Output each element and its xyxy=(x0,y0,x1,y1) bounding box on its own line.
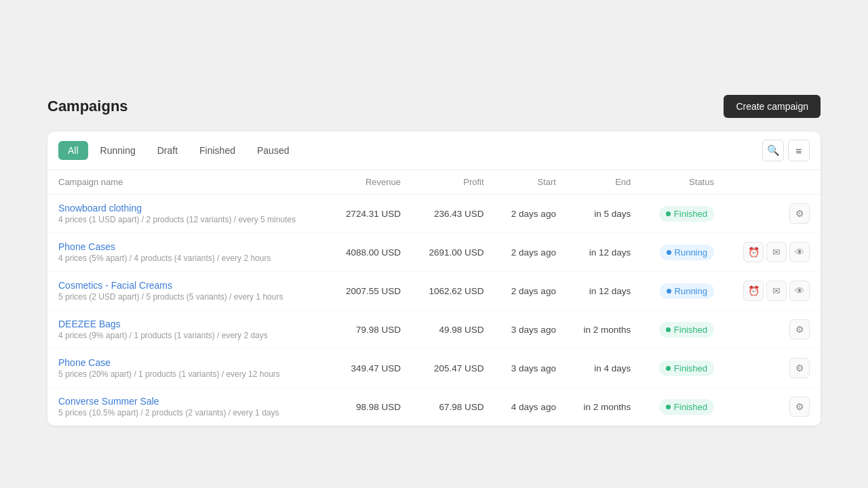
col-start: Start xyxy=(495,170,567,195)
action-buttons: ⚙ xyxy=(736,319,810,340)
eye-icon: 👁 xyxy=(795,285,804,296)
status-badge: Running xyxy=(660,283,714,299)
campaign-end: in 4 days xyxy=(567,349,642,388)
tab-all[interactable]: All xyxy=(58,141,88,160)
action-buttons: ⚙ xyxy=(736,203,810,224)
tab-draft[interactable]: Draft xyxy=(148,141,187,160)
filter-icon: ≡ xyxy=(796,145,802,157)
table-row: Phone Cases4 prices (5% apart) / 4 produ… xyxy=(47,233,821,272)
status-badge: Running xyxy=(660,245,714,260)
campaign-sub: 4 prices (9% apart) / 1 products (1 vari… xyxy=(58,331,317,340)
create-campaign-button[interactable]: Create campaign xyxy=(724,95,821,118)
campaign-sub: 5 prices (20% apart) / 1 products (1 var… xyxy=(58,369,317,379)
campaign-revenue: 2724.31 USD xyxy=(328,195,412,233)
page-header: Campaigns Create campaign xyxy=(47,95,821,118)
campaign-end: in 5 days xyxy=(567,195,642,233)
status-badge: Finished xyxy=(659,206,714,222)
status-badge: Finished xyxy=(659,322,714,338)
campaign-link[interactable]: Converse Summer Sale xyxy=(58,396,317,407)
clock-button[interactable]: ⏰ xyxy=(743,242,764,262)
bell-icon: ✉ xyxy=(772,247,781,258)
campaign-profit: 1062.62 USD xyxy=(412,272,495,310)
campaign-name-cell: Converse Summer Sale5 prices (10.5% apar… xyxy=(47,388,328,426)
campaign-status-cell: Finished xyxy=(642,310,725,349)
campaign-name-cell: DEEZEE Bags4 prices (9% apart) / 1 produ… xyxy=(47,310,328,349)
campaign-start: 2 days ago xyxy=(495,233,567,272)
tab-paused[interactable]: Paused xyxy=(248,141,298,160)
search-button[interactable]: 🔍 xyxy=(762,140,784,161)
tab-finished[interactable]: Finished xyxy=(190,141,245,160)
col-status: Status xyxy=(642,170,725,195)
campaign-revenue: 4088.00 USD xyxy=(328,233,412,272)
campaign-actions-cell: ⚙ xyxy=(725,310,821,349)
col-profit: Profit xyxy=(412,170,495,195)
col-revenue: Revenue xyxy=(328,170,412,195)
campaigns-table: Campaign name Revenue Profit Start End S… xyxy=(47,170,821,426)
campaign-name-cell: Phone Case5 prices (20% apart) / 1 produ… xyxy=(47,349,328,388)
status-dot xyxy=(666,366,671,371)
settings-icon: ⚙ xyxy=(795,363,804,373)
campaign-sub: 4 prices (5% apart) / 4 products (4 vari… xyxy=(58,253,317,263)
campaign-profit: 49.98 USD xyxy=(412,310,495,349)
campaign-end: in 12 days xyxy=(567,272,642,310)
campaign-status-cell: Running xyxy=(642,233,725,272)
campaign-start: 2 days ago xyxy=(495,195,567,233)
table-body: Snowboard clothing4 prices (1 USD apart)… xyxy=(47,195,821,426)
campaign-link[interactable]: Phone Case xyxy=(58,357,317,368)
campaign-link[interactable]: Phone Cases xyxy=(58,241,317,252)
clock-button[interactable]: ⏰ xyxy=(743,281,764,301)
campaign-profit: 205.47 USD xyxy=(412,349,495,388)
settings-button[interactable]: ⚙ xyxy=(789,358,810,378)
bell-icon: ✉ xyxy=(772,285,781,296)
campaign-link[interactable]: Snowboard clothing xyxy=(58,203,317,214)
settings-button[interactable]: ⚙ xyxy=(789,319,810,340)
status-dot xyxy=(666,405,671,409)
settings-button[interactable]: ⚙ xyxy=(789,203,810,224)
campaign-revenue: 79.98 USD xyxy=(328,310,412,349)
settings-button[interactable]: ⚙ xyxy=(789,396,810,417)
campaign-profit: 236.43 USD xyxy=(412,195,495,233)
tab-icons: 🔍 ≡ xyxy=(762,140,810,161)
clock-icon: ⏰ xyxy=(748,247,760,258)
clock-icon: ⏰ xyxy=(748,285,760,296)
campaign-start: 3 days ago xyxy=(495,310,567,349)
table-head: Campaign name Revenue Profit Start End S… xyxy=(47,170,821,195)
campaign-profit: 2691.00 USD xyxy=(412,233,495,272)
campaign-revenue: 349.47 USD xyxy=(328,349,412,388)
table-row: Phone Case5 prices (20% apart) / 1 produ… xyxy=(47,349,821,388)
table-row: Cosmetics - Facial Creams5 prices (2 USD… xyxy=(47,272,821,310)
search-icon: 🔍 xyxy=(767,144,780,157)
campaign-link[interactable]: DEEZEE Bags xyxy=(58,319,317,329)
settings-icon: ⚙ xyxy=(795,208,804,219)
campaign-actions-cell: ⚙ xyxy=(725,195,821,233)
campaign-start: 2 days ago xyxy=(495,272,567,310)
status-dot xyxy=(666,211,671,216)
page-wrapper: Campaigns Create campaign AllRunningDraf… xyxy=(47,95,821,426)
campaign-start: 4 days ago xyxy=(495,388,567,426)
campaign-name-cell: Phone Cases4 prices (5% apart) / 4 produ… xyxy=(47,233,328,272)
tab-running[interactable]: Running xyxy=(91,141,145,160)
action-buttons: ⏰✉👁 xyxy=(736,281,810,301)
campaign-status-cell: Running xyxy=(642,272,725,310)
campaign-actions-cell: ⚙ xyxy=(725,349,821,388)
tabs-row: AllRunningDraftFinishedPaused 🔍 ≡ xyxy=(47,131,821,170)
campaign-sub: 5 prices (10.5% apart) / 2 products (2 v… xyxy=(58,408,317,418)
bell-button[interactable]: ✉ xyxy=(766,242,787,262)
campaign-status-cell: Finished xyxy=(642,349,725,388)
col-actions xyxy=(725,170,821,195)
campaign-start: 3 days ago xyxy=(495,349,567,388)
campaign-end: in 2 months xyxy=(567,310,642,349)
campaign-link[interactable]: Cosmetics - Facial Creams xyxy=(58,280,317,291)
campaign-actions-cell: ⚙ xyxy=(725,388,821,426)
settings-icon: ⚙ xyxy=(795,401,804,412)
campaign-actions-cell: ⏰✉👁 xyxy=(725,272,821,310)
table-row: DEEZEE Bags4 prices (9% apart) / 1 produ… xyxy=(47,310,821,349)
status-badge: Finished xyxy=(659,399,714,415)
campaign-actions-cell: ⏰✉👁 xyxy=(725,233,821,272)
eye-button[interactable]: 👁 xyxy=(789,281,810,301)
table-row: Snowboard clothing4 prices (1 USD apart)… xyxy=(47,195,821,233)
eye-button[interactable]: 👁 xyxy=(789,242,810,262)
bell-button[interactable]: ✉ xyxy=(766,281,787,301)
filter-button[interactable]: ≡ xyxy=(788,140,810,161)
campaign-name-cell: Snowboard clothing4 prices (1 USD apart)… xyxy=(47,195,328,233)
